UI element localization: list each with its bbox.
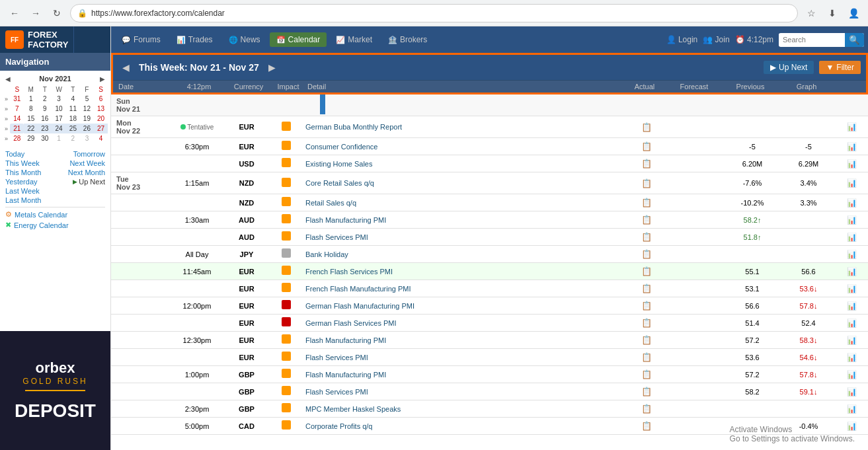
cal-day-cell[interactable]: 28 bbox=[10, 133, 24, 143]
metals-calendar-link[interactable]: ⚙ Metals Calendar bbox=[5, 210, 105, 219]
cal-day-cell[interactable]: 4 bbox=[66, 94, 80, 104]
graph-5[interactable]: 📊 bbox=[835, 196, 868, 209]
refresh-button[interactable]: ↻ bbox=[49, 5, 65, 21]
cal-day-cell[interactable]: 11 bbox=[66, 104, 80, 114]
this-month-link[interactable]: This Month bbox=[5, 169, 41, 176]
event-name-12[interactable]: German Flash Services PMI bbox=[303, 317, 623, 329]
tomorrow-link[interactable]: Tomorrow bbox=[73, 150, 105, 158]
cal-day-cell[interactable]: 7 bbox=[10, 104, 24, 114]
detail-17[interactable]: 📋 bbox=[623, 402, 670, 416]
event-name-4[interactable]: Core Retail Sales q/q bbox=[303, 177, 623, 189]
event-name-17[interactable]: MPC Member Haskel Speaks bbox=[303, 403, 623, 415]
login-link[interactable]: 👤 Login bbox=[666, 35, 698, 44]
energy-calendar-link[interactable]: ✖ Energy Calendar bbox=[5, 221, 105, 229]
detail-18[interactable]: 📋 bbox=[623, 419, 670, 433]
event-name-13[interactable]: Flash Manufacturing PMI bbox=[303, 334, 623, 346]
up-next-button[interactable]: ▶ Up Next bbox=[764, 61, 814, 74]
cal-day-cell[interactable]: 19 bbox=[80, 114, 94, 124]
week-nav[interactable]: » bbox=[3, 94, 10, 104]
detail-3[interactable]: 📋 bbox=[623, 157, 670, 170]
cal-day-cell[interactable]: 2 bbox=[38, 94, 52, 104]
cal-day-cell[interactable]: 21 bbox=[10, 124, 24, 133]
detail-5[interactable]: 📋 bbox=[623, 196, 670, 209]
cal-day-cell[interactable]: 5 bbox=[80, 94, 94, 104]
graph-6[interactable]: 📊 bbox=[835, 213, 868, 227]
url-bar[interactable]: 🔒 https://www.forexfactory.com/calendar bbox=[70, 4, 798, 22]
cal-day-cell[interactable]: 1 bbox=[24, 94, 38, 104]
detail-9[interactable]: 📋 bbox=[623, 264, 670, 278]
trades-nav[interactable]: 📊 Trades bbox=[170, 32, 219, 47]
graph-14[interactable]: 📊 bbox=[835, 351, 868, 364]
news-nav[interactable]: 🌐 News bbox=[222, 32, 267, 47]
search-input[interactable] bbox=[779, 34, 845, 46]
event-name-14[interactable]: Flash Services PMI bbox=[303, 352, 623, 363]
ad-area[interactable]: orbex GOLD RUSH DEPOSIT bbox=[0, 331, 110, 450]
detail-13[interactable]: 📋 bbox=[623, 333, 670, 347]
week-nav[interactable]: » bbox=[3, 114, 10, 124]
event-name-15[interactable]: Flash Manufacturing PMI bbox=[303, 369, 623, 381]
week-nav[interactable]: » bbox=[3, 133, 10, 143]
cal-day-cell[interactable]: 22 bbox=[24, 124, 38, 133]
detail-6[interactable]: 📋 bbox=[623, 213, 670, 227]
detail-8[interactable]: 📋 bbox=[623, 247, 670, 261]
next-month-link[interactable]: Next Month bbox=[68, 169, 105, 176]
cal-day-cell[interactable]: 9 bbox=[38, 104, 52, 114]
cal-day-cell[interactable]: 16 bbox=[38, 114, 52, 124]
graph-2[interactable]: 📊 bbox=[835, 140, 868, 153]
downloads-button[interactable]: ⬇ bbox=[824, 5, 840, 21]
graph-15[interactable]: 📊 bbox=[835, 368, 868, 381]
calendar-nav[interactable]: 📅 Calendar bbox=[270, 32, 327, 47]
event-name-18[interactable]: Corporate Profits q/q bbox=[303, 420, 623, 432]
graph-13[interactable]: 📊 bbox=[835, 334, 868, 347]
cal-day-cell[interactable]: 8 bbox=[24, 104, 38, 114]
event-name-11[interactable]: German Flash Manufacturing PMI bbox=[303, 300, 623, 312]
brokers-nav[interactable]: 🏦 Brokers bbox=[381, 32, 434, 47]
cal-day-cell[interactable]: 27 bbox=[94, 124, 108, 133]
cal-day-cell[interactable]: 29 bbox=[24, 133, 38, 143]
back-button[interactable]: ← bbox=[7, 5, 22, 21]
graph-12[interactable]: 📊 bbox=[835, 317, 868, 330]
detail-14[interactable]: 📋 bbox=[623, 350, 670, 364]
graph-11[interactable]: 📊 bbox=[835, 299, 868, 313]
cal-day-cell[interactable]: 6 bbox=[94, 94, 108, 104]
graph-9[interactable]: 📊 bbox=[835, 265, 868, 278]
week-nav[interactable]: » bbox=[3, 124, 10, 133]
detail-11[interactable]: 📋 bbox=[623, 299, 670, 313]
graph-18[interactable]: 📊 bbox=[835, 420, 868, 433]
detail-1[interactable]: 📋 bbox=[623, 120, 670, 134]
graph-1[interactable]: 📊 bbox=[835, 120, 868, 133]
detail-15[interactable]: 📋 bbox=[623, 367, 670, 381]
bookmark-button[interactable]: ☆ bbox=[803, 5, 819, 21]
today-link[interactable]: Today bbox=[5, 150, 24, 158]
join-link[interactable]: 👥 Join bbox=[703, 35, 729, 44]
cal-next-btn[interactable]: ▶ bbox=[100, 75, 105, 83]
graph-10[interactable]: 📊 bbox=[835, 282, 868, 295]
cal-day-cell[interactable]: 14 bbox=[10, 114, 24, 124]
cal-day-cell[interactable]: 23 bbox=[38, 124, 52, 133]
graph-8[interactable]: 📊 bbox=[835, 248, 868, 261]
cal-day-cell[interactable]: 26 bbox=[80, 124, 94, 133]
event-name-6[interactable]: Flash Manufacturing PMI bbox=[303, 214, 623, 226]
cal-day-cell[interactable]: 24 bbox=[52, 124, 66, 133]
graph-16[interactable]: 📊 bbox=[835, 385, 868, 398]
cal-next-week-btn[interactable]: ▶ bbox=[264, 61, 280, 74]
cal-day-cell[interactable]: 17 bbox=[52, 114, 66, 124]
detail-12[interactable]: 📋 bbox=[623, 316, 670, 330]
event-name-10[interactable]: French Flash Manufacturing PMI bbox=[303, 283, 623, 295]
cal-prev-btn[interactable]: ◀ bbox=[5, 75, 11, 83]
cal-day-cell[interactable]: 2 bbox=[66, 133, 80, 143]
week-nav[interactable]: » bbox=[3, 104, 10, 114]
event-name-8[interactable]: Bank Holiday bbox=[303, 248, 623, 260]
detail-4[interactable]: 📋 bbox=[623, 176, 670, 190]
cal-day-cell[interactable]: 15 bbox=[24, 114, 38, 124]
detail-7[interactable]: 📋 bbox=[623, 230, 670, 244]
detail-10[interactable]: 📋 bbox=[623, 281, 670, 295]
event-name-7[interactable]: Flash Services PMI bbox=[303, 231, 623, 243]
detail-2[interactable]: 📋 bbox=[623, 139, 670, 153]
cal-day-cell[interactable]: 25 bbox=[66, 124, 80, 133]
event-name-16[interactable]: Flash Services PMI bbox=[303, 386, 623, 398]
forums-nav[interactable]: 💬 Forums bbox=[115, 32, 167, 47]
graph-7[interactable]: 📊 bbox=[835, 231, 868, 244]
cal-day-cell[interactable]: 4 bbox=[94, 133, 108, 143]
forward-button[interactable]: → bbox=[28, 5, 44, 21]
